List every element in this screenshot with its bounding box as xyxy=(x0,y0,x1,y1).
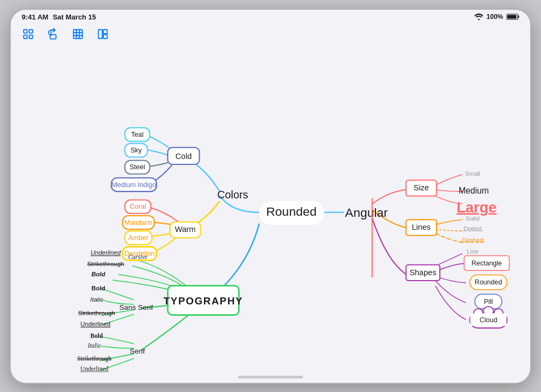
float-underlined-label: Underlined xyxy=(91,249,121,255)
table-button[interactable] xyxy=(69,25,87,43)
float-cursive-label: Cursive xyxy=(128,254,148,260)
shape-cloud-label: Cloud xyxy=(479,316,497,324)
svg-rect-4 xyxy=(29,29,32,32)
battery-pct: 100% xyxy=(486,13,503,21)
coral-label: Coral xyxy=(130,203,146,210)
toolbar xyxy=(11,23,530,47)
float-strikethrough-label: Strikethrough xyxy=(87,260,124,267)
date: Sat March 15 xyxy=(52,13,96,21)
medium-indigo-label: Medium Indigo xyxy=(111,181,156,188)
layout-button[interactable] xyxy=(94,25,111,43)
svg-rect-8 xyxy=(74,29,83,38)
size-large-label: Large xyxy=(457,198,497,215)
wifi-icon xyxy=(474,14,483,20)
shape-rounded-label: Rounded xyxy=(474,278,502,286)
serif-bold-label: Bold xyxy=(90,333,103,339)
status-bar: 9:41 AM Sat March 15 100% xyxy=(11,10,530,23)
time: 9:41 AM xyxy=(22,13,48,21)
sans-serif-label: Sans Serif xyxy=(119,303,153,311)
canvas-area[interactable]: Rounded Angular Colors Cold Warm Teal Sk… xyxy=(11,47,530,372)
lines-solid-label: Solid xyxy=(466,215,480,222)
svg-rect-6 xyxy=(29,35,32,38)
svg-rect-1 xyxy=(518,16,519,18)
size-small-label: Small xyxy=(465,170,480,176)
grid-button[interactable] xyxy=(19,25,37,43)
sky-label: Sky xyxy=(130,147,142,154)
steel-label: Steel xyxy=(129,163,145,171)
sans-strikethrough-label: Strikethrough xyxy=(78,309,115,316)
mandarin-label: Mandarin xyxy=(124,218,153,226)
angular-label: Angular xyxy=(345,205,388,220)
size-medium-label: Medium xyxy=(459,186,489,195)
svg-rect-15 xyxy=(103,34,107,38)
serif-label: Serif xyxy=(130,347,145,355)
amber-label: Amber xyxy=(128,234,148,241)
share-button[interactable] xyxy=(44,25,62,43)
float-bold-label: Bold xyxy=(91,270,105,277)
size-label: Size xyxy=(413,183,428,192)
serif-italic-label: Italic xyxy=(87,342,101,349)
lines-label: Lines xyxy=(412,223,431,231)
shapes-label: Shapes xyxy=(410,268,437,276)
serif-underlined-label: Underlined xyxy=(81,365,109,371)
home-indicator xyxy=(11,372,530,383)
svg-rect-5 xyxy=(24,35,27,38)
battery-icon xyxy=(506,14,519,20)
shape-pill-label: Pill xyxy=(484,297,493,305)
home-bar xyxy=(238,376,303,378)
svg-rect-13 xyxy=(98,29,102,38)
serif-strikethrough-label: Strikethrough xyxy=(77,355,111,362)
svg-rect-3 xyxy=(24,29,27,32)
teal-label: Teal xyxy=(131,130,143,138)
ipad-frame: 9:41 AM Sat March 15 100% xyxy=(11,10,530,383)
shape-rectangle-label: Rectangle xyxy=(471,259,502,267)
colors-label: Colors xyxy=(217,188,248,200)
typography-label: TYPOGRAPHY xyxy=(163,295,243,306)
mind-map-svg: Rounded Angular Colors Cold Warm Teal Sk… xyxy=(11,47,530,372)
svg-rect-14 xyxy=(103,29,107,33)
sans-bold-label: Bold xyxy=(91,284,105,291)
rounded-center-label: Rounded xyxy=(266,204,316,218)
line-label: Line xyxy=(467,248,479,254)
sans-underlined-label: Underlined xyxy=(81,321,110,327)
svg-rect-2 xyxy=(507,15,517,19)
cold-label: Cold xyxy=(175,151,192,160)
sans-italic-label: Italic xyxy=(90,296,103,302)
warm-label: Warm xyxy=(175,225,195,234)
